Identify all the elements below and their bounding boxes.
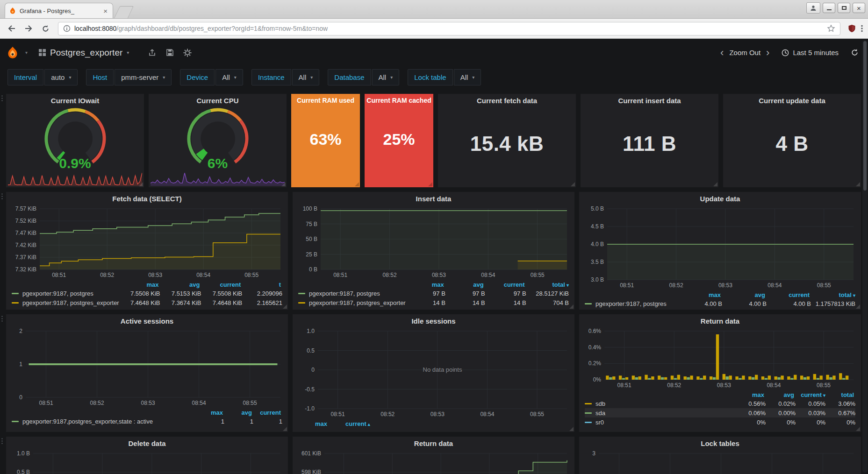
legend-row[interactable]: sr0 0%0% 0%0% — [585, 417, 855, 427]
lock-tables-chart[interactable]: 08:5108:5208:5308:5408:553210 — [583, 450, 857, 474]
page-scrollbar[interactable] — [862, 40, 868, 473]
legend-sort-header[interactable]: total▾ — [811, 291, 855, 299]
series-color-dash[interactable] — [585, 403, 592, 404]
back-button[interactable] — [5, 21, 19, 35]
page-info-icon[interactable] — [63, 25, 71, 32]
variable-dropdown[interactable]: All▾ — [292, 69, 320, 85]
time-shift-left-icon[interactable]: ‹ — [720, 48, 724, 58]
active-sessions-chart[interactable]: 08:5108:5208:5308:5408:55210 — [10, 327, 284, 408]
panel-title[interactable]: Current RAM used — [291, 94, 360, 107]
row-drag-handle[interactable] — [1, 193, 3, 200]
legend-row[interactable]: pgexporter:9187, postgres 4.00 B4.00 B 4… — [585, 299, 855, 308]
dashboard-picker[interactable]: Postgres_exporter ▾ — [34, 45, 134, 61]
legend-row[interactable]: pgexporter:9187, postgres 97 B97 B 97 B2… — [298, 289, 569, 298]
legend-sort-header[interactable]: max — [736, 391, 766, 399]
legend-sort-header[interactable]: avg — [445, 281, 485, 289]
panel-title[interactable]: Idle sessions — [296, 314, 571, 327]
series-color-dash[interactable] — [585, 303, 592, 304]
update-data-chart[interactable]: 08:5108:5208:5308:5408:555.0 B4.5 B4.0 B… — [583, 205, 857, 290]
url-bar[interactable]: localhost:8080/graph/dashboard/db/postgr… — [58, 22, 840, 35]
panel-title[interactable]: Current RAM cached — [365, 94, 433, 107]
series-color-dash[interactable] — [12, 421, 19, 422]
browser-menu-icon[interactable] — [861, 24, 863, 33]
row-drag-handle[interactable] — [1, 95, 3, 102]
profile-icon[interactable] — [806, 2, 820, 14]
legend-sort-header[interactable]: avg — [224, 409, 253, 417]
row-drag-handle[interactable] — [1, 438, 3, 445]
panel-title[interactable]: Update data — [583, 192, 857, 205]
window-maximize-button[interactable] — [838, 3, 850, 13]
return-data-chart[interactable]: 08:5108:5208:5308:5408:550.6%0.4%0.2%0% — [583, 327, 857, 390]
legend-sort-header[interactable]: current — [201, 281, 242, 289]
reload-button[interactable] — [38, 21, 52, 35]
browser-tab[interactable]: Grafana - Postgres_ × — [5, 3, 113, 18]
legend-sort-header[interactable]: max — [315, 420, 345, 428]
legend-row[interactable]: pgexporter:9187, postgres 7.5508 KiB7.51… — [12, 289, 282, 298]
legend-row[interactable]: pgexporter:9187,postgres_exporter,state … — [12, 417, 282, 426]
row-drag-handle[interactable] — [1, 315, 3, 323]
panel-title[interactable]: Current update data — [723, 94, 861, 107]
series-color-dash[interactable] — [298, 302, 305, 304]
tab-close-icon[interactable]: × — [102, 7, 109, 15]
legend-sort-header[interactable]: t — [242, 281, 282, 289]
save-dashboard-button[interactable] — [162, 45, 178, 60]
legend-sort-header[interactable]: current — [767, 291, 811, 299]
variable-dropdown[interactable]: pmm-server▾ — [115, 69, 172, 85]
idle-sessions-chart[interactable]: 08:5108:5208:5308:5408:551.00.50-0.5-1.0… — [296, 327, 571, 419]
bookmark-star-icon[interactable] — [827, 24, 835, 33]
panel-title[interactable]: Current IOwait — [6, 94, 144, 107]
panel-title[interactable]: Lock tables — [583, 437, 857, 450]
time-shift-right-icon[interactable]: › — [766, 48, 769, 58]
delete-data-chart[interactable]: 08:5108:5208:5308:5408:551.0 B0.5 B0 B-0… — [10, 450, 284, 474]
forward-button[interactable] — [22, 21, 36, 35]
legend-sort-header[interactable]: max — [119, 281, 160, 289]
series-color-dash[interactable] — [585, 412, 592, 414]
time-range-picker[interactable]: Last 5 minutes — [782, 49, 839, 57]
insert-data-chart[interactable]: 08:5108:5208:5308:5408:55100 B75 B50 B25… — [296, 205, 571, 280]
panel-title[interactable]: Current CPU — [149, 94, 287, 107]
legend-sort-header[interactable]: avg — [160, 281, 201, 289]
window-minimize-button[interactable] — [823, 3, 835, 13]
panel-title[interactable]: Current fetch data — [438, 94, 576, 107]
panel-title[interactable]: Delete data — [10, 437, 284, 450]
return-data-bytes-chart[interactable]: 08:5108:5208:5308:5408:55601 KiB598 KiB5… — [296, 450, 571, 474]
legend-sort-header[interactable]: max — [195, 409, 224, 417]
ublock-shield-icon[interactable] — [848, 24, 856, 33]
series-color-dash[interactable] — [12, 302, 19, 304]
legend-sort-header[interactable]: current▾ — [796, 391, 825, 399]
legend-row[interactable]: pgexporter:9187, postgres_exporter 14 B1… — [298, 298, 569, 307]
variable-dropdown[interactable]: auto▾ — [44, 69, 78, 85]
legend-sort-header[interactable]: max — [406, 281, 445, 289]
panel-title[interactable]: Fetch data (SELECT) — [10, 192, 284, 205]
legend-row[interactable]: sdb 0.56%0.02% 0.05%3.06% — [585, 399, 855, 408]
dashboard-settings-button[interactable] — [179, 45, 195, 60]
legend-sort-header[interactable]: current — [253, 409, 282, 417]
legend-sort-header[interactable]: avg — [766, 391, 796, 399]
window-close-button[interactable]: × — [853, 3, 865, 13]
variable-dropdown[interactable]: All▾ — [215, 69, 243, 85]
panel-title[interactable]: Insert data — [296, 192, 571, 205]
panel-title[interactable]: Current insert data — [581, 94, 718, 107]
series-color-dash[interactable] — [585, 422, 592, 423]
legend-sort-header[interactable]: current▴ — [345, 420, 387, 428]
refresh-icon[interactable] — [851, 49, 859, 57]
fetch-data-chart[interactable]: 08:5108:5208:5308:5408:557.57 KiB7.52 Ki… — [10, 205, 284, 280]
variable-dropdown[interactable]: All▾ — [372, 69, 400, 85]
series-color-dash[interactable] — [298, 293, 305, 294]
legend-row[interactable]: sda 0.06%0.00% 0.03%0.67% — [585, 408, 855, 417]
series-color-dash[interactable] — [12, 293, 19, 294]
panel-title[interactable]: Return data — [296, 437, 571, 450]
scrollbar-thumb[interactable] — [863, 41, 867, 191]
grafana-logo[interactable] — [0, 39, 25, 66]
legend-sort-header[interactable]: total — [825, 391, 855, 399]
sidemenu-caret-icon[interactable]: ▾ — [25, 50, 28, 55]
new-tab-button[interactable] — [114, 6, 134, 18]
variable-dropdown[interactable]: All▾ — [454, 69, 481, 85]
share-dashboard-button[interactable] — [144, 45, 160, 60]
panel-title[interactable]: Return data — [583, 314, 857, 327]
legend-row[interactable]: pgexporter:9187, postgres_exporter 7.464… — [12, 298, 282, 307]
legend-sort-header[interactable]: max — [678, 291, 722, 299]
panel-title[interactable]: Active sessions — [10, 314, 284, 327]
legend-sort-header[interactable]: current — [485, 281, 526, 289]
legend-sort-header[interactable]: avg — [722, 291, 767, 299]
